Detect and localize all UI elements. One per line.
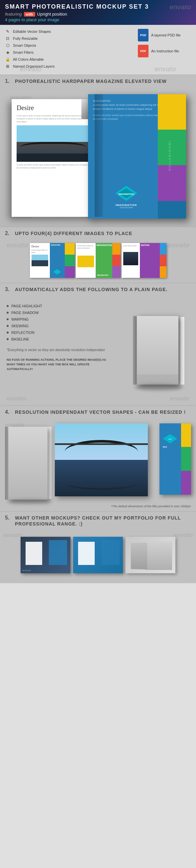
section2-title: UPTO FOUR(4) DIFFERENT IMAGES TO PLACE — [15, 230, 132, 237]
vertical-text: IMAGINATION — [168, 141, 171, 172]
color-blocks — [158, 94, 186, 218]
sydney-photo — [17, 125, 91, 162]
tall-book-left — [5, 427, 52, 500]
s5-wm-r: envato — [173, 532, 193, 539]
upright-book-mockup — [133, 316, 183, 385]
svg-marker-3 — [53, 269, 61, 275]
portfolio-thumbs: MOCKUP — [3, 537, 193, 573]
section2-content: envato envato Desire Lorem ipsum dolor s… — [0, 240, 196, 283]
left-page: Desire Lorem ipsum dolor sit amet consec… — [11, 99, 96, 217]
bullet-dot-6 — [7, 338, 9, 340]
blue-mag-colors — [181, 424, 191, 495]
diamond-svg: IMAGINATION — [115, 185, 138, 202]
thumb2-text: Lorem ipsum dolor sit amet consectetur — [77, 245, 94, 249]
thumb1-text: Lorem ipsum dolor sit amet — [32, 249, 48, 253]
psd-file-item: PSD A layered PSD file — [138, 29, 191, 41]
thumb2-right: IMAGINATION IMAGINATION — [96, 243, 120, 278]
book-front-cover — [137, 316, 178, 384]
thumb1-left: Desire Lorem ipsum dolor sit amet — [30, 243, 50, 278]
section1-title: PHOTOREALISTIC HARDPAPER MAGAZINE ELEVAT… — [15, 78, 167, 84]
blue-magazine: IMAG IMAG — [160, 424, 191, 495]
pencil-icon: ✎ — [5, 29, 10, 34]
pdf-icon: PDF — [138, 45, 148, 57]
magazine-spread: Desire Lorem ipsum dolor sit amet consec… — [8, 94, 188, 223]
bullet-skewing: SKEWING — [7, 322, 113, 329]
resize-icon: ⊡ — [5, 36, 10, 41]
bullet-reflection: REFLECTION — [7, 329, 113, 336]
spine-shadow — [95, 94, 103, 217]
section3-right — [120, 296, 196, 405]
bullet-dot-1 — [7, 305, 9, 307]
section4-mockups: IMAG IMAG — [0, 418, 196, 505]
water-reflection — [17, 154, 91, 162]
book-pages-stack — [180, 317, 185, 384]
purple-block — [158, 165, 186, 200]
section4-title: RESOLUTION INDEPENDANT VECTOR SHAPES - C… — [15, 409, 186, 415]
section3-number: 3. — [5, 286, 11, 292]
tall-front — [8, 427, 48, 500]
thumb1-title: Desire — [32, 245, 48, 248]
feature-label-0: Editable Vector Shapes — [13, 30, 51, 33]
portfolio-thumb-3 — [125, 537, 175, 573]
book-shadow — [135, 384, 183, 391]
bullet-shadow: PAGE SHADOW — [7, 309, 113, 316]
thumbnails-container: Desire Lorem ipsum dolor sit amet GINATI… — [2, 243, 194, 278]
blue-diamond-svg: IMAG — [163, 433, 178, 444]
bullet-label-6: BASELINE — [11, 337, 29, 341]
svg-text:IMAG: IMAG — [168, 438, 172, 440]
section2-number: 2. — [5, 230, 11, 237]
bridge-reflection — [65, 476, 138, 490]
with-badge: with — [24, 12, 35, 17]
header-title: SMART PHOTOREALISTIC MOCKUP SET 3 — [5, 3, 191, 10]
hexagon-icon: ⬡ — [5, 43, 10, 48]
action-note: NO FUSS OF RUNNING ACTIONS, PLACE THE DE… — [7, 358, 113, 372]
left-page-text2: Ut enim ad minim veniam quis nostrud exe… — [17, 163, 91, 169]
features-section: ✎ Editable Vector Shapes ⊡ Fully Resizab… — [0, 25, 196, 74]
layers-icon: ⊞ — [5, 64, 10, 69]
section3-content: envato envato PAGE HIGHLIGHT PAGE SHADOW… — [0, 296, 196, 405]
featuring-label: featuring — [5, 11, 22, 17]
filter-icon: ◈ — [5, 50, 10, 55]
psd-icon: PSD — [138, 29, 148, 41]
bullet-label-2: PAGE SHADOW — [11, 311, 38, 315]
bullet-baseline: BASELINE — [7, 336, 113, 342]
section1-number: 1. — [5, 78, 11, 84]
right-mockup-area: IMAG IMAG — [151, 424, 191, 496]
section3-header: 3. AUTOMATICALLY ADDS THE FOLLOWING TO A… — [0, 283, 196, 296]
pt3-book-l — [131, 542, 147, 569]
feature-editable: ✎ Editable Vector Shapes — [5, 29, 131, 34]
feature-colors: 🔒 All Colors Alterable — [5, 57, 131, 62]
section4-content: envato envato — [0, 418, 196, 511]
s5-wm-l: envato — [3, 532, 23, 539]
feature-smart-filters: ◈ Smart Filters — [5, 50, 131, 55]
section5-title: Want other mockups? Check out my portfol… — [15, 515, 191, 527]
header-subtitle: featuring with Upright position — [5, 11, 191, 17]
thumb-1: Desire Lorem ipsum dolor sit amet GINATI… — [30, 243, 75, 278]
thumb3-right: NATION — [140, 243, 166, 278]
pages-text: 4 pages to place your image — [5, 17, 191, 22]
sydney-large-photo — [55, 424, 148, 496]
bridge-silhouette — [20, 142, 86, 155]
portfolio-thumb-1: MOCKUP — [21, 537, 71, 573]
thumb3-colors — [160, 243, 166, 278]
section1-mockup: envato envato envato envato Desire Lorem… — [0, 88, 196, 227]
tall-pages — [48, 427, 52, 499]
yellow-block — [158, 94, 186, 130]
bullet-dot-3 — [7, 318, 9, 320]
s3-wm-l: envato — [7, 395, 26, 402]
thumb1-diamond — [53, 269, 61, 276]
feature-resizable: ⊡ Fully Resizable — [5, 36, 131, 41]
header: SMART PHOTOREALISTIC MOCKUP SET 3 featur… — [0, 0, 196, 25]
pt2-left-page — [78, 542, 95, 565]
thumb1-img — [32, 255, 48, 266]
blue-diamond: IMAG IMAG — [163, 433, 178, 448]
section5-content: envato envato MOCKUP — [0, 530, 196, 583]
bullet-dot-4 — [7, 325, 9, 327]
pt1-right-page — [49, 540, 67, 565]
svg-text:IMAGINATION: IMAGINATION — [119, 193, 134, 195]
feature-label-2: Smart Objects — [13, 43, 36, 48]
desire-title: Desire — [17, 104, 91, 112]
thumb3-img — [123, 252, 138, 265]
bullet-label-5: REFLECTION — [11, 331, 34, 335]
thumb3-text: Lorem ipsum dolor — [123, 245, 138, 247]
